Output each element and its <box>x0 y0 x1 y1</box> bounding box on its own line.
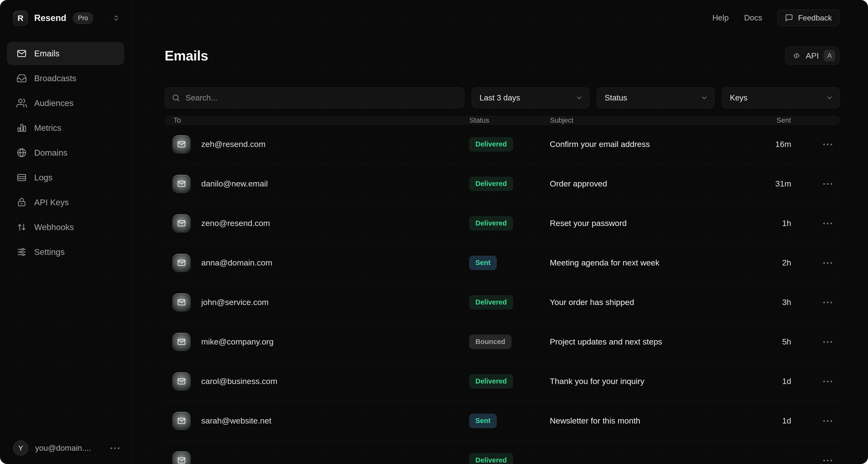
email-table-body: zeh@resend.com Delivered Confirm your em… <box>165 124 839 464</box>
app-window: R Resend Pro Emails Broadcasts Audiences… <box>0 0 868 464</box>
page-header: Emails API A <box>165 47 839 64</box>
table-row[interactable]: zeh@resend.com Delivered Confirm your em… <box>165 124 839 164</box>
email-subject: Order approved <box>550 179 753 188</box>
search-box <box>165 87 464 108</box>
column-header-sent: Sent <box>777 116 791 124</box>
table-row[interactable]: anna@domain.com Sent Meeting agenda for … <box>165 243 839 283</box>
email-avatar <box>172 333 191 351</box>
table-row[interactable]: Delivered <box>165 441 839 464</box>
code-icon <box>792 51 801 60</box>
row-menu-button[interactable] <box>822 182 834 186</box>
filter-dropdowns: Last 3 days Status Keys <box>471 87 840 108</box>
recipient-email: sarah@website.net <box>201 416 272 426</box>
envelope-icon <box>177 219 186 228</box>
column-header-subject: Subject <box>550 116 752 124</box>
sidebar-item-broadcasts[interactable]: Broadcasts <box>7 67 124 90</box>
docs-link[interactable]: Docs <box>744 13 762 22</box>
email-avatar <box>172 412 191 430</box>
chevron-down-icon <box>826 94 833 102</box>
row-menu-button[interactable] <box>822 221 834 226</box>
envelope-icon <box>177 416 186 426</box>
table-row[interactable]: carol@business.com Delivered Thank you f… <box>165 361 839 401</box>
plan-badge: Pro <box>73 12 93 24</box>
column-header-to: To <box>173 116 469 124</box>
sidebar-nav: Emails Broadcasts Audiences Metrics Doma… <box>7 42 124 264</box>
user-email: you@domain.... <box>35 443 91 453</box>
envelope-icon <box>177 456 186 464</box>
recipient-email: carol@business.com <box>201 377 277 386</box>
sidebar-item-webhooks[interactable]: Webhooks <box>7 215 124 239</box>
logs-icon <box>17 172 27 183</box>
email-avatar <box>172 214 191 232</box>
audiences-icon <box>17 98 27 108</box>
sidebar-item-logs[interactable]: Logs <box>7 166 124 189</box>
envelope-icon <box>177 298 186 307</box>
help-link[interactable]: Help <box>712 13 728 22</box>
sidebar-item-api-keys[interactable]: API Keys <box>7 191 124 214</box>
sent-time: 16m <box>775 140 791 149</box>
filter-dropdown-keys[interactable]: Keys <box>722 87 840 108</box>
row-menu-button[interactable] <box>822 458 834 463</box>
main-content: Help Docs Feedback Emails API A Last 3 d… <box>131 0 868 464</box>
email-avatar <box>172 254 191 272</box>
sent-time: 1d <box>782 377 791 386</box>
feedback-button[interactable]: Feedback <box>777 10 839 26</box>
email-subject: Thank you for your inquiry <box>550 377 753 386</box>
sidebar-item-metrics[interactable]: Metrics <box>7 116 124 140</box>
sidebar-item-domains[interactable]: Domains <box>7 141 124 164</box>
row-menu-button[interactable] <box>822 419 834 423</box>
keyboard-shortcut-badge: A <box>824 50 835 61</box>
workspace-switcher[interactable]: R Resend Pro <box>7 10 124 26</box>
column-header-status: Status <box>469 116 550 124</box>
globe-icon <box>17 147 27 158</box>
sent-time: 31m <box>775 179 791 188</box>
table-row[interactable]: danilo@new.email Delivered Order approve… <box>165 164 839 204</box>
avatar: Y <box>13 440 28 456</box>
metrics-icon <box>17 123 27 133</box>
sidebar: R Resend Pro Emails Broadcasts Audiences… <box>0 0 131 464</box>
sidebar-item-emails[interactable]: Emails <box>7 42 124 65</box>
email-avatar <box>172 175 191 193</box>
filters-bar: Last 3 days Status Keys <box>165 87 839 108</box>
page-title: Emails <box>165 48 208 64</box>
sidebar-item-audiences[interactable]: Audiences <box>7 91 124 115</box>
row-menu-button[interactable] <box>822 379 834 384</box>
row-menu-button[interactable] <box>822 142 834 147</box>
table-row[interactable]: mike@company.org Bounced Project updates… <box>165 322 839 361</box>
table-row[interactable]: zeno@resend.com Delivered Reset your pas… <box>165 204 839 243</box>
lock-icon <box>17 197 27 208</box>
status-badge: Sent <box>469 256 497 270</box>
envelope-icon <box>177 179 186 188</box>
filter-dropdown-last-3-days[interactable]: Last 3 days <box>471 87 589 108</box>
email-avatar <box>172 135 191 153</box>
sidebar-item-settings[interactable]: Settings <box>7 240 124 264</box>
recipient-email: zeno@resend.com <box>201 219 270 228</box>
email-subject: Your order has shipped <box>550 297 753 307</box>
row-menu-button[interactable] <box>822 261 834 265</box>
envelope-icon <box>177 140 186 149</box>
recipient-email: danilo@new.email <box>201 179 268 188</box>
user-account[interactable]: Y you@domain.... <box>7 440 124 456</box>
row-menu-button[interactable] <box>822 340 834 344</box>
search-input[interactable] <box>186 93 457 103</box>
user-menu-button[interactable] <box>109 446 121 451</box>
status-badge: Sent <box>469 414 497 428</box>
topbar: Help Docs Feedback <box>165 10 839 26</box>
recipient-email: zeh@resend.com <box>201 140 266 149</box>
broadcast-icon <box>17 73 27 84</box>
email-subject: Reset your password <box>550 219 753 228</box>
settings-icon <box>17 247 27 257</box>
table-row[interactable]: john@service.com Delivered Your order ha… <box>165 283 839 322</box>
email-subject: Meeting agenda for next week <box>550 258 753 267</box>
api-button[interactable]: API A <box>785 47 839 64</box>
chevron-updown-icon <box>112 14 120 22</box>
status-badge: Delivered <box>469 295 513 310</box>
status-badge: Delivered <box>469 216 513 231</box>
table-row[interactable]: sarah@website.net Sent Newsletter for th… <box>165 401 839 441</box>
row-menu-button[interactable] <box>822 300 834 305</box>
recipient-email: anna@domain.com <box>201 258 272 267</box>
email-avatar <box>172 451 191 464</box>
filter-dropdown-status[interactable]: Status <box>597 87 715 108</box>
sent-time: 2h <box>782 258 791 267</box>
envelope-icon <box>177 337 186 346</box>
